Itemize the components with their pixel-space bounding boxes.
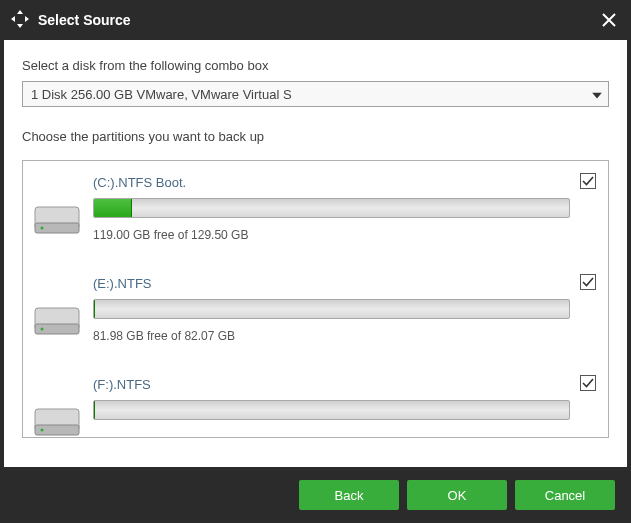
partition-item: (C:).NTFS Boot. 119.00 GB free of 129.50… (23, 165, 608, 266)
dialog-footer: Back OK Cancel (0, 467, 631, 523)
disk-prompt-label: Select a disk from the following combo b… (22, 58, 609, 73)
partition-checkbox[interactable] (580, 274, 596, 290)
partition-item: (E:).NTFS 81.98 GB free of 82.07 GB (23, 266, 608, 367)
partition-free-text: 119.00 GB free of 129.50 GB (93, 228, 570, 242)
usage-bar-fill (94, 199, 132, 217)
disk-combo[interactable]: 1 Disk 256.00 GB VMware, VMware Virtual … (22, 81, 609, 107)
partition-checkbox[interactable] (580, 375, 596, 391)
partition-free-text: 81.98 GB free of 82.07 GB (93, 329, 570, 343)
usage-bar-fill (94, 401, 95, 419)
partition-prompt-label: Choose the partitions you want to back u… (22, 129, 609, 144)
usage-bar (93, 198, 570, 218)
titlebar: Select Source (0, 0, 631, 40)
back-button[interactable]: Back (299, 480, 399, 510)
partition-content: (E:).NTFS 81.98 GB free of 82.07 GB (93, 276, 598, 343)
disk-combo-value: 1 Disk 256.00 GB VMware, VMware Virtual … (31, 87, 292, 102)
usage-bar-fill (94, 300, 95, 318)
partition-title: (C:).NTFS Boot. (93, 175, 570, 190)
partition-content: (F:).NTFS (93, 377, 598, 438)
drive-icon (33, 199, 81, 237)
usage-bar (93, 400, 570, 420)
partition-title: (F:).NTFS (93, 377, 570, 392)
partition-item: (F:).NTFS (23, 367, 608, 438)
partitions-section: Choose the partitions you want to back u… (22, 129, 609, 457)
usage-bar (93, 299, 570, 319)
app-icon (10, 9, 30, 32)
partition-title: (E:).NTFS (93, 276, 570, 291)
dialog-title: Select Source (38, 12, 597, 28)
select-source-dialog: Select Source Select a disk from the fol… (0, 0, 631, 523)
partitions-list[interactable]: (C:).NTFS Boot. 119.00 GB free of 129.50… (22, 160, 609, 438)
svg-point-5 (41, 328, 44, 331)
ok-button[interactable]: OK (407, 480, 507, 510)
dialog-body: Select a disk from the following combo b… (4, 40, 627, 467)
drive-icon (33, 401, 81, 438)
svg-point-2 (41, 227, 44, 230)
cancel-button[interactable]: Cancel (515, 480, 615, 510)
close-icon[interactable] (597, 8, 621, 32)
partition-content: (C:).NTFS Boot. 119.00 GB free of 129.50… (93, 175, 598, 242)
chevron-down-icon (592, 87, 602, 102)
partition-checkbox[interactable] (580, 173, 596, 189)
svg-point-8 (41, 429, 44, 432)
drive-icon (33, 300, 81, 338)
